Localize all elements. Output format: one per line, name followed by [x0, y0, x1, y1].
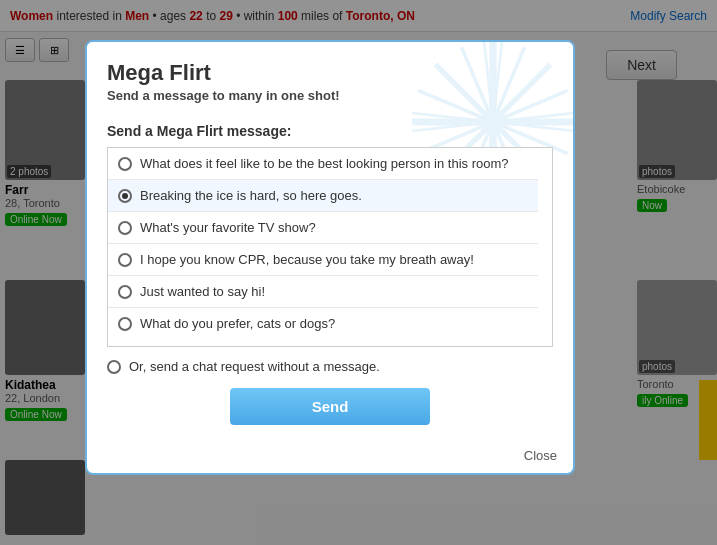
or-radio-circle[interactable]	[107, 360, 121, 374]
mega-flirt-modal: Mega Flirt Send a message to many in one…	[85, 40, 575, 475]
send-button-wrap: Send	[107, 388, 553, 425]
or-option-text: Or, send a chat request without a messag…	[129, 359, 380, 374]
radio-circle-5[interactable]	[118, 317, 132, 331]
modal-title: Mega Flirt	[107, 60, 553, 86]
radio-item-1[interactable]: Breaking the ice is hard, so here goes.	[108, 180, 538, 212]
radio-options-list: What does it feel like to be the best lo…	[107, 147, 553, 347]
send-button[interactable]: Send	[230, 388, 430, 425]
radio-circle-1[interactable]	[118, 189, 132, 203]
radio-text-0: What does it feel like to be the best lo…	[140, 156, 509, 171]
radio-scroll-area[interactable]: What does it feel like to be the best lo…	[108, 148, 552, 346]
modal-subtitle: Send a message to many in one shot!	[107, 88, 553, 103]
modal-header: Mega Flirt Send a message to many in one…	[87, 42, 573, 113]
radio-item-2[interactable]: What's your favorite TV show?	[108, 212, 538, 244]
modal-body: Send a Mega Flirt message: What does it …	[87, 113, 573, 444]
radio-text-4: Just wanted to say hi!	[140, 284, 265, 299]
radio-item-4[interactable]: Just wanted to say hi!	[108, 276, 538, 308]
or-option[interactable]: Or, send a chat request without a messag…	[107, 359, 553, 374]
radio-text-2: What's your favorite TV show?	[140, 220, 316, 235]
radio-item-5[interactable]: What do you prefer, cats or dogs?	[108, 308, 538, 339]
radio-circle-0[interactable]	[118, 157, 132, 171]
radio-item-0[interactable]: What does it feel like to be the best lo…	[108, 148, 538, 180]
radio-text-1: Breaking the ice is hard, so here goes.	[140, 188, 362, 203]
radio-circle-3[interactable]	[118, 253, 132, 267]
close-link[interactable]: Close	[524, 448, 557, 463]
radio-text-3: I hope you know CPR, because you take my…	[140, 252, 474, 267]
radio-circle-4[interactable]	[118, 285, 132, 299]
radio-item-3[interactable]: I hope you know CPR, because you take my…	[108, 244, 538, 276]
radio-circle-2[interactable]	[118, 221, 132, 235]
modal-footer: Close	[87, 444, 573, 473]
radio-text-5: What do you prefer, cats or dogs?	[140, 316, 335, 331]
